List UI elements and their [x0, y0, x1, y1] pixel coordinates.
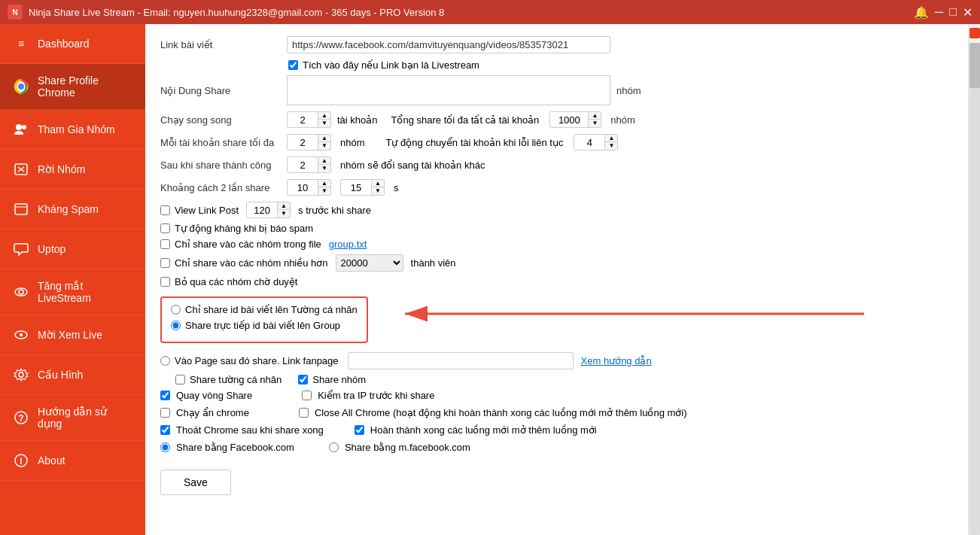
- khoang-cach-down1[interactable]: ▼: [318, 187, 330, 195]
- share-tuong-ca-nhan-checkbox[interactable]: [175, 375, 185, 385]
- chay-song-song-down[interactable]: ▼: [318, 120, 330, 127]
- nhom-label-2: nhóm: [610, 114, 635, 126]
- quay-vong-share-checkbox[interactable]: [160, 391, 170, 400]
- save-button[interactable]: Save: [160, 470, 231, 495]
- title-bar: N Ninja Share Live Stream - Email: nguye…: [0, 0, 980, 24]
- eye-icon: [12, 283, 30, 301]
- scroll-indicator[interactable]: [969, 28, 980, 38]
- khoang-cach-row: Khoảng cách 2 lần share ▲ ▼ ▲ ▼ s: [160, 179, 953, 196]
- share-tuong-ca-nhan-label: Share tường cá nhân: [190, 374, 282, 385]
- kiem-tra-ip-checkbox[interactable]: [302, 391, 312, 400]
- chay-an-chrome-checkbox[interactable]: [160, 408, 170, 418]
- thoat-chrome-checkbox[interactable]: [160, 425, 170, 435]
- radio-share-truc-tiep[interactable]: [171, 321, 181, 330]
- tong-share-up[interactable]: ▲: [589, 112, 601, 120]
- chi-share-nhieu-unit: thành viên: [411, 257, 456, 269]
- khoang-cach-spinner1: ▲ ▼: [287, 179, 331, 196]
- sidebar-label-uptop: Uptop: [38, 243, 65, 255]
- radio-vao-page[interactable]: [160, 356, 170, 366]
- moi-tai-khoan-row: Mỗi tài khoản share tối đa ▲ ▼ nhóm Tự đ…: [160, 134, 953, 150]
- radio-m-facebook[interactable]: [329, 442, 339, 452]
- khoang-cach-unit: s: [394, 182, 399, 193]
- noi-dung-textarea[interactable]: [287, 75, 610, 105]
- khoang-cach-input1[interactable]: [288, 181, 318, 195]
- link-bai-viet-input[interactable]: [287, 36, 610, 53]
- close-icon[interactable]: ✕: [963, 5, 972, 20]
- khoang-cach-label: Khoảng cách 2 lần share: [160, 182, 281, 193]
- tu-dong-input[interactable]: [574, 135, 604, 150]
- sidebar-item-about[interactable]: i About: [0, 441, 145, 481]
- view-link-up[interactable]: ▲: [278, 202, 290, 210]
- title-bar-text: Ninja Share Live Stream - Email: nguyen.…: [29, 7, 444, 18]
- scroll-thumb[interactable]: [969, 43, 980, 88]
- maximize-icon[interactable]: □: [949, 5, 957, 19]
- sidebar-label-tang-mat: Tăng mắt LiveStream: [38, 280, 133, 304]
- khoang-cach-up2[interactable]: ▲: [372, 180, 384, 187]
- khoang-cach-down2[interactable]: ▼: [372, 187, 384, 195]
- tu-dong-khang-checkbox[interactable]: [160, 223, 170, 233]
- moi-tai-khoan-input[interactable]: [288, 135, 318, 150]
- sau-khi-down[interactable]: ▼: [318, 165, 330, 172]
- sidebar-item-roi-nhom[interactable]: Rời Nhóm: [0, 150, 145, 190]
- bo-qua-nhom-checkbox[interactable]: [160, 277, 170, 287]
- scroll-track[interactable]: [969, 43, 980, 535]
- radio2-label: Share trực tiếp id bài viết lên Group: [185, 320, 340, 331]
- sidebar-item-moi-xem-live[interactable]: Mời Xem Live: [0, 315, 145, 355]
- minimize-icon[interactable]: ─: [935, 5, 943, 19]
- bell-icon[interactable]: 🔔: [914, 5, 929, 20]
- window-controls[interactable]: 🔔 ─ □ ✕: [914, 5, 972, 20]
- sau-khi-share-input[interactable]: [288, 158, 318, 172]
- sau-khi-up[interactable]: ▲: [318, 157, 330, 165]
- chay-song-song-input[interactable]: [288, 113, 318, 127]
- sidebar-item-huong-dan[interactable]: ? Hướng dẫn sử dụng: [0, 395, 145, 441]
- khoang-cach-spinner2: ▲ ▼: [340, 179, 385, 196]
- khoang-cach-input2[interactable]: [341, 181, 371, 195]
- moi-tai-khoan-up[interactable]: ▲: [318, 135, 330, 142]
- nhom-unit-label: nhóm: [340, 137, 365, 148]
- main-content: Link bài viết Tích vào đây nếu Link bạn …: [145, 24, 968, 535]
- tu-dong-down[interactable]: ▼: [605, 142, 617, 150]
- radio1-row: Chỉ share id bài viết lên Tường cá nhân: [171, 304, 358, 315]
- moi-tai-khoan-down[interactable]: ▼: [318, 142, 330, 150]
- view-link-spinner: ▲ ▼: [246, 202, 291, 218]
- radio-highlight-box: Chỉ share id bài viết lên Tường cá nhân …: [160, 296, 368, 343]
- close-all-chrome-checkbox[interactable]: [299, 408, 309, 418]
- hoan-thanh-xong-checkbox[interactable]: [355, 425, 364, 435]
- checkbox-livestream[interactable]: [288, 60, 298, 70]
- sidebar-item-uptop[interactable]: Uptop: [0, 230, 145, 269]
- chi-share-nhieu-checkbox[interactable]: [160, 258, 170, 268]
- chi-share-file-label: Chỉ share vào các nhóm trong file: [175, 239, 321, 250]
- tong-share-input[interactable]: [550, 113, 588, 127]
- sidebar-item-dashboard[interactable]: ≡ Dashboard: [0, 24, 145, 64]
- sidebar-item-share-profile-chrome[interactable]: Share Profile Chrome: [0, 64, 145, 110]
- group-txt-link[interactable]: group.txt: [329, 239, 367, 250]
- sidebar-item-tang-mat[interactable]: Tăng mắt LiveStream: [0, 269, 145, 315]
- view-link-post-label: View Link Post: [175, 205, 239, 216]
- dashboard-icon: ≡: [12, 35, 30, 53]
- tu-dong-up[interactable]: ▲: [605, 135, 617, 142]
- share-tuong-nhom-row: Share tường cá nhân Share nhóm: [175, 374, 953, 385]
- chi-share-file-checkbox[interactable]: [160, 239, 170, 249]
- chi-share-nhieu-select[interactable]: 20000: [336, 254, 403, 272]
- link-bai-viet-label: Link bài viết: [160, 39, 281, 50]
- chrome-icon: [12, 78, 30, 96]
- sidebar-item-cau-hinh[interactable]: Cấu Hình: [0, 355, 145, 395]
- fanpage-link-input[interactable]: [348, 352, 574, 369]
- share-facebook-label: Share bằng Facebook.com: [176, 442, 294, 453]
- radio-facebook-com[interactable]: [160, 442, 170, 452]
- view-link-post-checkbox[interactable]: [160, 205, 170, 215]
- sidebar-label-huong-dan: Hướng dẫn sử dụng: [38, 406, 133, 430]
- tong-share-down[interactable]: ▼: [589, 120, 601, 127]
- chay-song-song-up[interactable]: ▲: [318, 112, 330, 120]
- sidebar-item-khang-spam[interactable]: Kháng Spam: [0, 190, 145, 230]
- sidebar-item-tham-gia-nhom[interactable]: Tham Gia Nhóm: [0, 110, 145, 150]
- tu-dong-spinner: ▲ ▼: [574, 134, 618, 150]
- settings-icon: [12, 366, 30, 384]
- khoang-cach-up1[interactable]: ▲: [318, 180, 330, 187]
- radio-chi-share-id[interactable]: [171, 305, 181, 315]
- share-nhom-checkbox[interactable]: [298, 375, 308, 385]
- xem-huong-dan-link[interactable]: Xem hướng dẫn: [581, 355, 652, 366]
- spam-icon: [12, 200, 30, 218]
- view-link-input[interactable]: [247, 203, 277, 217]
- view-link-down[interactable]: ▼: [278, 210, 290, 217]
